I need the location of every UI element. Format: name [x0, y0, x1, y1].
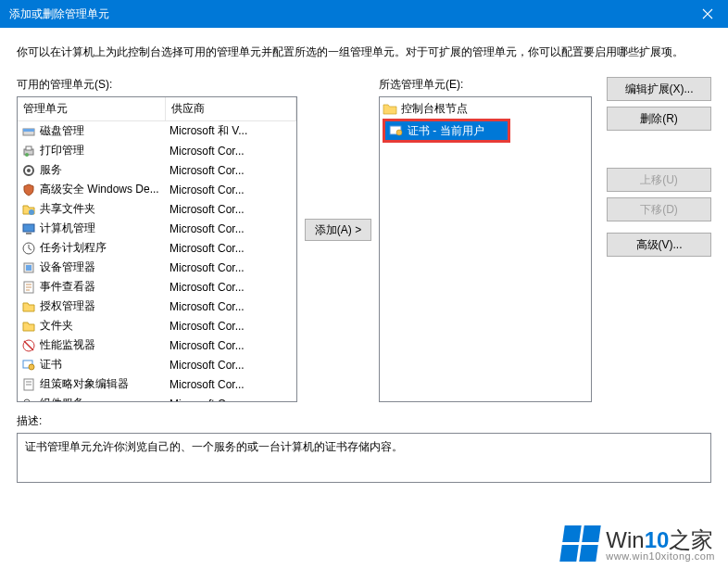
item-name: 设备管理器	[40, 259, 169, 275]
item-vendor: Microsoft Cor...	[169, 359, 293, 372]
add-button[interactable]: 添加(A) >	[305, 219, 371, 241]
perf-icon	[21, 338, 36, 353]
list-item[interactable]: 组件服务Microsoft Cor...	[18, 394, 296, 401]
item-vendor: Microsoft Cor...	[169, 183, 293, 196]
titlebar: 添加或删除管理单元	[0, 0, 728, 28]
computer-icon	[21, 221, 36, 236]
svg-rect-3	[26, 146, 31, 150]
svg-rect-8	[23, 224, 34, 232]
shield-icon	[21, 183, 36, 197]
item-name: 组件服务	[40, 396, 169, 401]
gear-icon	[21, 163, 36, 178]
list-item[interactable]: 事件查看器Microsoft Cor...	[18, 277, 296, 297]
watermark-url: www.win10xitong.com	[606, 551, 715, 562]
list-header[interactable]: 管理单元 供应商	[18, 97, 296, 121]
windows-logo-icon	[560, 525, 601, 562]
list-item[interactable]: 证书Microsoft Cor...	[18, 355, 296, 374]
list-item[interactable]: 组策略对象编辑器Microsoft Cor...	[18, 374, 296, 394]
event-icon	[21, 280, 36, 295]
advanced-button[interactable]: 高级(V)...	[607, 233, 711, 257]
folder-share-icon	[21, 202, 36, 217]
item-name: 任务计划程序	[40, 240, 169, 256]
svg-rect-12	[26, 265, 31, 271]
svg-rect-9	[26, 233, 31, 234]
item-vendor: Microsoft Cor...	[169, 281, 293, 294]
available-list[interactable]: 管理单元 供应商 磁盘管理Microsoft 和 V...打印管理Microso…	[17, 96, 297, 402]
move-up-button[interactable]: 上移(U)	[607, 168, 711, 192]
item-vendor: Microsoft Cor...	[169, 339, 293, 352]
tree-root-node[interactable]: 控制台根节点	[383, 100, 588, 117]
tree-root-label: 控制台根节点	[401, 101, 468, 117]
header-name[interactable]: 管理单元	[18, 97, 166, 120]
folder-icon	[21, 319, 36, 334]
list-item[interactable]: 任务计划程序Microsoft Cor...	[18, 238, 296, 258]
item-name: 文件夹	[40, 318, 169, 334]
item-name: 事件查看器	[40, 279, 169, 295]
list-item[interactable]: 高级安全 Windows De...Microsoft Cor...	[18, 180, 296, 199]
item-vendor: Microsoft Cor...	[169, 320, 293, 333]
item-name: 共享文件夹	[40, 201, 169, 217]
svg-rect-1	[23, 129, 34, 132]
item-vendor: Microsoft Cor...	[169, 398, 293, 402]
comp-svc-icon	[21, 397, 36, 402]
close-icon	[702, 8, 713, 19]
svg-point-21	[396, 130, 402, 135]
tree-child-label: 证书 - 当前用户	[408, 123, 484, 139]
header-vendor[interactable]: 供应商	[166, 97, 296, 120]
remove-button[interactable]: 删除(R)	[607, 107, 711, 131]
clock-icon	[21, 241, 36, 256]
dialog-description: 你可以在计算机上为此控制台选择可用的管理单元并配置所选的一组管理单元。对于可扩展…	[17, 44, 711, 60]
item-name: 服务	[40, 162, 169, 178]
item-name: 计算机管理	[40, 221, 169, 236]
policy-icon	[21, 377, 36, 392]
item-vendor: Microsoft 和 V...	[169, 123, 293, 139]
list-item[interactable]: 共享文件夹Microsoft Cor...	[18, 199, 296, 219]
print-icon	[21, 144, 36, 158]
item-name: 磁盘管理	[40, 123, 169, 139]
svg-point-4	[25, 153, 29, 157]
close-button[interactable]	[686, 0, 728, 28]
watermark: Win10之家 www.win10xitong.com	[562, 525, 715, 562]
dialog-content: 你可以在计算机上为此控制台选择可用的管理单元并配置所选的一组管理单元。对于可扩展…	[0, 28, 728, 494]
list-item[interactable]: 磁盘管理Microsoft 和 V...	[18, 121, 296, 141]
list-item[interactable]: 计算机管理Microsoft Cor...	[18, 219, 296, 238]
selected-tree[interactable]: 控制台根节点 证书 - 当前用户	[379, 96, 592, 402]
item-name: 高级安全 Windows De...	[40, 182, 169, 197]
list-item[interactable]: 授权管理器Microsoft Cor...	[18, 297, 296, 316]
item-name: 打印管理	[40, 143, 169, 158]
item-vendor: Microsoft Cor...	[169, 164, 293, 177]
description-box: 证书管理单元允许你浏览自己的、一个服务的或一台计算机的证书存储内容。	[17, 433, 711, 483]
item-vendor: Microsoft Cor...	[169, 203, 293, 216]
cert-icon	[21, 358, 36, 373]
move-down-button[interactable]: 下移(D)	[607, 197, 711, 221]
list-item[interactable]: 设备管理器Microsoft Cor...	[18, 258, 296, 277]
item-name: 授权管理器	[40, 298, 169, 314]
auth-icon	[21, 299, 36, 314]
list-item[interactable]: 性能监视器Microsoft Cor...	[18, 335, 296, 355]
highlighted-selection: 证书 - 当前用户	[383, 119, 510, 143]
selected-label: 所选管理单元(E):	[379, 77, 592, 93]
item-vendor: Microsoft Cor...	[169, 300, 293, 313]
list-item[interactable]: 文件夹Microsoft Cor...	[18, 316, 296, 335]
item-vendor: Microsoft Cor...	[169, 222, 293, 235]
available-label: 可用的管理单元(S):	[17, 77, 297, 93]
item-vendor: Microsoft Cor...	[169, 261, 293, 274]
window-title: 添加或删除管理单元	[9, 6, 109, 22]
edit-extensions-button[interactable]: 编辑扩展(X)...	[607, 77, 711, 101]
description-label: 描述:	[17, 413, 711, 429]
watermark-brand: Win10之家	[606, 529, 715, 551]
tree-child-node[interactable]: 证书 - 当前用户	[385, 121, 508, 140]
device-icon	[21, 260, 36, 275]
svg-point-7	[29, 209, 34, 215]
list-item[interactable]: 打印管理Microsoft Cor...	[18, 141, 296, 160]
item-name: 证书	[40, 357, 169, 373]
item-name: 性能监视器	[40, 337, 169, 353]
svg-point-16	[29, 364, 34, 370]
list-item[interactable]: 服务Microsoft Cor...	[18, 160, 296, 180]
certificate-icon	[389, 124, 404, 137]
item-vendor: Microsoft Cor...	[169, 145, 293, 158]
description-text: 证书管理单元允许你浏览自己的、一个服务的或一台计算机的证书存储内容。	[25, 440, 403, 453]
svg-point-6	[27, 169, 31, 172]
folder-icon	[383, 102, 397, 115]
item-vendor: Microsoft Cor...	[169, 378, 293, 391]
